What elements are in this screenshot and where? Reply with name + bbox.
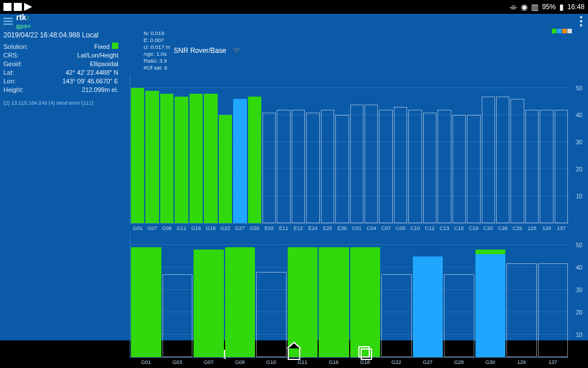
rover-bar <box>225 247 256 357</box>
y-tick: 30 <box>576 139 582 145</box>
x-label: C10 <box>408 225 421 231</box>
y-tick: 20 <box>576 166 582 172</box>
base-bar <box>482 97 495 223</box>
logo-plus: + <box>28 22 31 29</box>
snr-chart-top: 1020304050G01G07G08G11G16G18G22G27G30E02… <box>130 75 568 224</box>
bar-slot: G11 <box>288 234 318 357</box>
bar-slot: E12 <box>292 75 305 223</box>
x-label: C13 <box>438 225 451 231</box>
bar-slot: G03 <box>163 234 193 357</box>
x-label: G08 <box>225 359 256 365</box>
info-row: Lon:143° 09' 45.6670" E <box>3 77 118 86</box>
x-label: 129 <box>540 225 553 231</box>
x-label: C08 <box>394 225 407 231</box>
info-label: CRS: <box>3 51 18 60</box>
bar-slot: 129 <box>506 234 537 357</box>
x-label: G11 <box>175 225 188 231</box>
base-bar <box>365 105 378 223</box>
stat-line: N: 0.019 <box>144 30 170 37</box>
info-value: 143° 09' 45.6670" E <box>63 77 118 86</box>
overflow-menu-icon[interactable] <box>578 14 585 29</box>
x-label: 128 <box>525 225 539 231</box>
base-bar <box>423 113 436 223</box>
bar-slot: 128 <box>525 75 539 223</box>
base-bar <box>381 274 412 357</box>
bar-slot: G11 <box>175 75 188 223</box>
chart-title: SNR Rover/Base <box>173 47 226 55</box>
x-label: E25 <box>321 225 334 231</box>
stat-line: Ratio: 3.9 <box>144 57 170 64</box>
x-label: E11 <box>277 225 290 231</box>
base-bar <box>452 115 466 223</box>
x-label: G11 <box>288 359 318 365</box>
bar-slot: G01 <box>131 75 144 223</box>
y-tick: 20 <box>576 309 582 316</box>
bar-slot: G16 <box>189 75 203 223</box>
bar-slot: E02 <box>262 75 276 223</box>
x-label: C18 <box>452 225 466 231</box>
bar-slot: G10 <box>256 234 287 357</box>
bar-slot: C12 <box>423 75 436 223</box>
bar-slot: G27 <box>233 75 246 223</box>
notif-icon <box>3 3 11 11</box>
y-tick: 10 <box>576 332 582 338</box>
chart-title-row: N: 0.019E: 0.007U: 0.017 mAge: 1.0sRatio… <box>125 29 568 75</box>
dropdown-icon[interactable] <box>232 48 241 53</box>
bar-slot: G30 <box>248 75 261 223</box>
bar-slot: 129 <box>540 75 553 223</box>
info-label: Lat: <box>3 68 14 77</box>
rover-bar <box>175 97 188 223</box>
stat-line: E: 0.007 <box>144 37 170 44</box>
x-label: G01 <box>131 225 144 231</box>
info-label: Height: <box>3 86 24 94</box>
x-label: C29 <box>510 225 524 231</box>
base-bar <box>467 115 480 223</box>
rover-bar <box>475 254 506 357</box>
base-bar <box>394 107 407 223</box>
timestamp: 2019/04/22 16:48:04.988 Local <box>3 31 118 39</box>
y-tick: 10 <box>576 193 582 200</box>
rover-bar <box>233 99 246 223</box>
bluetooth-icon: ⌯ <box>509 2 517 12</box>
x-label: G16 <box>189 225 203 231</box>
bar-slot: 137 <box>538 234 568 357</box>
info-value: Lat/Lon/Height <box>77 51 118 60</box>
base-bar <box>350 105 363 223</box>
info-value: 42° 42' 22.4488" N <box>65 68 118 77</box>
bar-slot: G22 <box>219 75 232 223</box>
nav-home-icon[interactable] <box>287 347 301 362</box>
app-topbar: rtk⫶ gps+ <box>0 14 588 29</box>
nav-recent-icon[interactable] <box>359 347 374 362</box>
info-value: Ellipsoidal <box>90 60 118 68</box>
menu-icon[interactable] <box>3 18 13 25</box>
x-label: 137 <box>538 359 568 365</box>
notif-icon <box>14 3 22 11</box>
bar-slot: C19 <box>467 75 480 223</box>
stat-line: #Of sat: 6 <box>144 64 170 71</box>
legend-chip <box>557 29 562 33</box>
stat-line: Age: 1.0s <box>144 51 170 57</box>
rover-bar <box>413 256 443 357</box>
app-logo: rtk⫶ gps+ <box>16 14 31 29</box>
x-label: G07 <box>194 359 224 365</box>
base-bar <box>256 272 287 357</box>
info-value: 212.099m el. <box>82 86 118 94</box>
rover-bar <box>219 115 232 223</box>
rover-bar <box>145 91 158 223</box>
x-label: G18 <box>350 359 381 365</box>
y-tick: 30 <box>576 287 582 293</box>
status-fixed-icon <box>112 43 118 49</box>
bar-slot: G07 <box>145 75 158 223</box>
rover-bar <box>131 247 161 357</box>
x-label: G07 <box>145 225 158 231</box>
info-value: Fixed <box>94 43 118 51</box>
bar-slot: E11 <box>277 75 290 223</box>
x-label: G30 <box>475 359 506 365</box>
bar-slot: G18 <box>204 75 217 223</box>
info-label: Lon: <box>3 77 16 86</box>
wifi-icon: ◉ <box>521 2 528 12</box>
x-label: G01 <box>131 359 161 365</box>
x-label: C19 <box>467 225 480 231</box>
x-label: E02 <box>262 225 276 231</box>
bar-slot: E25 <box>321 75 334 223</box>
